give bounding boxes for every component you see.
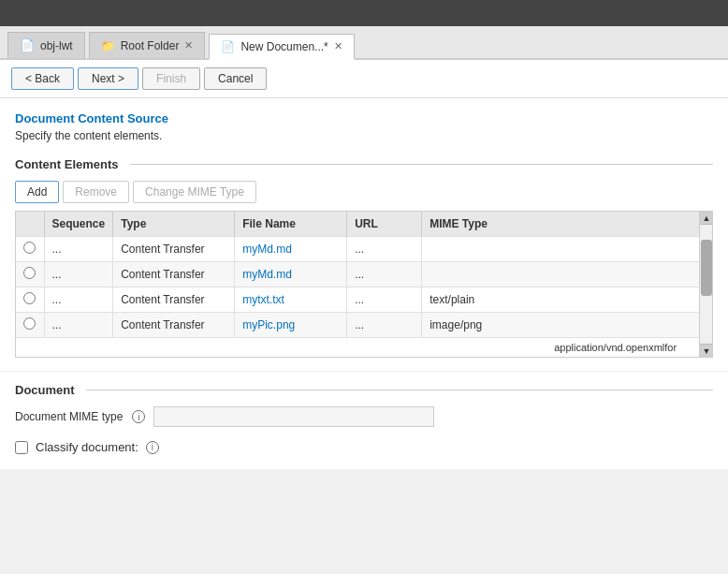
mime-type-row: Document MIME type i: [15, 406, 713, 427]
col-url: URL: [347, 212, 422, 237]
scroll-down-icon[interactable]: ▼: [700, 344, 713, 357]
mime-overflow-text: application/vnd.openxmlfor: [546, 338, 695, 357]
row-radio-cell[interactable]: [16, 237, 44, 262]
row-url: ...: [347, 313, 422, 338]
document-section: Document Document MIME type i Classify d…: [0, 371, 728, 469]
document-section-divider: [86, 390, 713, 390]
tab-bar: 📄 obj-lwt 📁 Root Folder ✕ 📄 New Documen.…: [0, 26, 728, 60]
row-type: Content Transfer: [113, 237, 235, 262]
mime-type-label: Document MIME type i: [15, 410, 146, 424]
document-section-header: Document: [15, 383, 713, 397]
row-type: Content Transfer: [113, 313, 235, 338]
scroll-up-icon[interactable]: ▲: [700, 212, 713, 225]
content-elements-header: Content Elements: [15, 157, 713, 171]
classify-row: Classify document: i: [15, 436, 713, 458]
row-type: Content Transfer: [113, 262, 235, 287]
next-button[interactable]: Next >: [78, 67, 138, 90]
table-header-row: Sequence Type File Name URL MIME Type: [16, 212, 712, 237]
row-type: Content Transfer: [113, 287, 235, 313]
row-filename[interactable]: myPic.png: [235, 313, 347, 338]
classify-label: Classify document:: [36, 440, 138, 454]
row-mime: image/png: [422, 313, 712, 338]
tab-label-root-folder: Root Folder: [121, 39, 180, 52]
tab-root-folder[interactable]: 📁 Root Folder ✕: [89, 32, 206, 58]
scrollbar[interactable]: ▲ ▼: [699, 212, 712, 357]
back-button[interactable]: < Back: [11, 67, 74, 90]
finish-button[interactable]: Finish: [142, 67, 200, 90]
main-content: Document Content Source Specify the cont…: [0, 98, 728, 371]
col-select: [16, 212, 44, 237]
col-type: Type: [113, 212, 235, 237]
page-title: Document Content Source: [15, 111, 713, 125]
remove-button[interactable]: Remove: [63, 181, 129, 203]
col-mime: MIME Type: [422, 212, 712, 237]
table-row: ... Content Transfer mytxt.txt ... text/…: [16, 287, 712, 313]
cancel-button[interactable]: Cancel: [204, 67, 267, 90]
row-filename[interactable]: mytxt.txt: [235, 287, 347, 313]
col-filename: File Name: [235, 212, 347, 237]
mime-type-info-icon[interactable]: i: [132, 410, 145, 423]
row-mime: [422, 262, 712, 287]
top-bar: [0, 0, 728, 26]
table-row: ... Content Transfer myMd.md ...: [16, 262, 712, 287]
row-radio-2[interactable]: [23, 292, 36, 304]
folder-icon: 📁: [101, 39, 115, 52]
row-filename[interactable]: myMd.md: [235, 237, 347, 262]
db-icon: 📄: [20, 38, 35, 52]
mime-type-input[interactable]: [153, 406, 434, 427]
row-url: ...: [347, 287, 422, 313]
table-row: ... Content Transfer myPic.png ... image…: [16, 313, 712, 338]
row-seq: ...: [44, 237, 113, 262]
close-root-folder-icon[interactable]: ✕: [184, 39, 193, 52]
doc-icon: 📄: [221, 40, 235, 53]
toolbar: < Back Next > Finish Cancel: [0, 60, 728, 98]
row-radio-0[interactable]: [23, 242, 36, 254]
row-radio-3[interactable]: [23, 317, 36, 330]
content-elements-label: Content Elements: [15, 157, 119, 171]
row-radio-cell[interactable]: [16, 287, 44, 313]
tab-new-document[interactable]: 📄 New Documen...* ✕: [209, 34, 354, 60]
tab-label-new-document: New Documen...*: [240, 40, 328, 53]
row-mime: [422, 237, 712, 262]
row-seq: ...: [44, 262, 113, 287]
section-divider: [130, 164, 713, 165]
row-radio-cell[interactable]: [16, 313, 44, 338]
col-sequence: Sequence: [44, 212, 113, 237]
mime-overflow-row: application/vnd.openxmlfor ▼: [16, 337, 712, 357]
page-description: Specify the content elements.: [15, 129, 713, 142]
row-url: ...: [347, 237, 422, 262]
close-new-document-icon[interactable]: ✕: [334, 40, 342, 52]
scrollbar-thumb[interactable]: [701, 240, 712, 296]
content-table-container: Sequence Type File Name URL MIME Type ..…: [15, 211, 713, 358]
row-mime: text/plain: [422, 287, 712, 313]
row-filename[interactable]: myMd.md: [235, 262, 347, 287]
row-url: ...: [347, 262, 422, 287]
change-mime-button[interactable]: Change MIME Type: [133, 181, 256, 203]
table-body: ... Content Transfer myMd.md ... ... Con…: [16, 237, 712, 338]
classify-checkbox[interactable]: [15, 441, 28, 454]
row-seq: ...: [44, 313, 113, 338]
add-button[interactable]: Add: [15, 181, 59, 203]
document-section-label: Document: [15, 383, 75, 397]
content-table: Sequence Type File Name URL MIME Type ..…: [16, 212, 712, 337]
row-radio-1[interactable]: [23, 267, 36, 279]
tab-obj-lwt[interactable]: 📄 obj-lwt: [7, 32, 85, 58]
row-radio-cell[interactable]: [16, 262, 44, 287]
action-bar: Add Remove Change MIME Type: [15, 181, 713, 203]
classify-info-icon[interactable]: i: [146, 441, 159, 454]
table-row: ... Content Transfer myMd.md ...: [16, 237, 712, 262]
row-seq: ...: [44, 287, 113, 313]
tab-label-obj-lwt: obj-lwt: [40, 39, 73, 52]
